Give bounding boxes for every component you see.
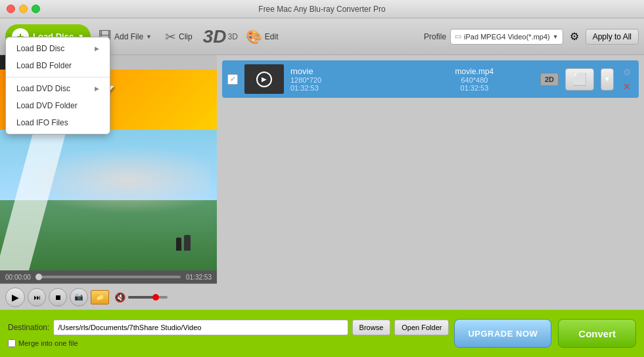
bottom-content: Destination: Browse Open Folder Merge in… bbox=[8, 320, 449, 347]
figure-2 bbox=[184, 235, 191, 251]
progress-track[interactable] bbox=[36, 276, 181, 278]
dropdown-item-load-dvd-disc[interactable]: Load DVD Disc bbox=[6, 80, 110, 97]
destination-row: Destination: Browse Open Folder bbox=[8, 320, 449, 335]
destination-label: Destination: bbox=[8, 323, 49, 332]
scene-blossoms bbox=[7, 140, 210, 220]
load-ifo-label: Load IFO Files bbox=[16, 118, 68, 127]
title-bar: Free Mac Any Blu-ray Converter Pro bbox=[0, 0, 644, 18]
load-dvd-folder-label: Load DVD Folder bbox=[16, 101, 78, 110]
action-buttons: UPGRADE NOW Convert bbox=[454, 319, 636, 348]
profile-section: Profile ▭ iPad MPEG4 Video(*.mp4) ▼ ⚙ Ap… bbox=[424, 29, 639, 45]
load-bd-disc-label: Load BD Disc bbox=[16, 44, 64, 53]
clip-label: Clip bbox=[179, 32, 193, 41]
three-d-label: 3D bbox=[203, 26, 227, 47]
file-name: movie bbox=[290, 66, 409, 76]
output-duration: 01:32:53 bbox=[415, 84, 534, 92]
bottom-bar: Destination: Browse Open Folder Merge in… bbox=[0, 310, 644, 357]
file-screen-button[interactable]: ⬜ bbox=[565, 68, 594, 91]
dropdown-item-load-dvd-folder[interactable]: Load DVD Folder bbox=[6, 97, 110, 114]
progress-bar-area: 00:00:00 01:32:53 bbox=[0, 270, 217, 284]
add-file-label: Add File bbox=[114, 32, 143, 41]
upgrade-button[interactable]: UPGRADE NOW bbox=[454, 319, 551, 348]
file-action-buttons: ⚙ ✕ bbox=[620, 66, 633, 93]
load-disc-dropdown: Load BD Disc Load BD Folder Load DVD Dis… bbox=[5, 37, 110, 135]
load-bd-folder-label: Load BD Folder bbox=[16, 61, 72, 70]
clip-icon: ✂ bbox=[165, 29, 176, 45]
play-button[interactable]: ▶ bbox=[5, 287, 25, 307]
window-title: Free Mac Any Blu-ray Converter Pro bbox=[258, 5, 385, 14]
time-current: 00:00:00 bbox=[5, 274, 31, 281]
file-list: ✓ ▶ movie 1280*720 01:32:53 movie.mp4 64… bbox=[222, 60, 639, 304]
file-info: movie 1280*720 01:32:53 bbox=[290, 66, 409, 92]
open-folder-button[interactable]: Open Folder bbox=[394, 320, 449, 335]
merge-row: Merge into one file bbox=[8, 339, 449, 347]
time-total: 01:32:53 bbox=[186, 274, 212, 281]
close-button[interactable] bbox=[7, 5, 15, 13]
progress-dot bbox=[35, 274, 42, 280]
volume-fill bbox=[128, 296, 156, 299]
apply-all-button[interactable]: Apply to All bbox=[586, 29, 639, 45]
fast-forward-button[interactable]: ⏭ bbox=[28, 288, 46, 306]
file-expand-button[interactable]: ▼ bbox=[601, 68, 614, 91]
file-resolution: 1280*720 bbox=[290, 76, 409, 84]
edit-label: Edit bbox=[265, 32, 279, 41]
edit-icon: 🎨 bbox=[246, 29, 262, 45]
file-delete-button[interactable]: ✕ bbox=[620, 80, 633, 93]
convert-button[interactable]: Convert bbox=[558, 319, 636, 348]
open-folder-button[interactable]: 📁 bbox=[91, 290, 109, 304]
maximize-button[interactable] bbox=[32, 5, 40, 13]
play-overlay: ▶ bbox=[256, 72, 272, 87]
file-checkbox[interactable]: ✓ bbox=[227, 74, 238, 85]
merge-checkbox[interactable] bbox=[8, 339, 16, 347]
volume-slider[interactable] bbox=[128, 296, 168, 299]
dropdown-separator bbox=[6, 77, 110, 77]
scene-figures bbox=[176, 235, 191, 251]
merge-label: Merge into one file bbox=[18, 339, 78, 347]
profile-select[interactable]: ▭ iPad MPEG4 Video(*.mp4) ▼ bbox=[450, 29, 563, 45]
add-file-arrow: ▼ bbox=[146, 33, 152, 40]
snapshot-button[interactable]: 📷 bbox=[70, 288, 88, 306]
volume-area: 🔇 bbox=[114, 292, 168, 303]
destination-input[interactable] bbox=[53, 320, 348, 335]
minimize-button[interactable] bbox=[19, 5, 28, 13]
profile-value: iPad MPEG4 Video(*.mp4) bbox=[464, 33, 550, 41]
output-resolution: 640*480 bbox=[415, 76, 534, 84]
stop-button[interactable]: ⏹ bbox=[49, 288, 67, 306]
volume-icon[interactable]: 🔇 bbox=[114, 292, 126, 303]
file-settings-button[interactable]: ⚙ bbox=[620, 66, 633, 79]
dropdown-item-load-ifo[interactable]: Load IFO Files bbox=[6, 114, 110, 131]
browse-button[interactable]: Browse bbox=[352, 320, 391, 335]
file-duration: 01:32:53 bbox=[290, 84, 409, 92]
file-thumbnail: ▶ bbox=[244, 64, 284, 94]
dropdown-item-load-bd-disc[interactable]: Load BD Disc bbox=[6, 40, 110, 57]
three-d-text-label: 3D bbox=[227, 32, 237, 41]
profile-dropdown-arrow: ▼ bbox=[553, 33, 559, 40]
figure-1 bbox=[176, 238, 181, 251]
clip-button[interactable]: ✂ Clip bbox=[160, 24, 198, 50]
volume-dot bbox=[152, 294, 159, 301]
settings-gear-button[interactable]: ⚙ bbox=[567, 30, 582, 44]
traffic-lights bbox=[7, 5, 40, 13]
file-output: movie.mp4 640*480 01:32:53 bbox=[415, 67, 534, 92]
profile-label: Profile bbox=[424, 32, 446, 41]
output-name: movie.mp4 bbox=[415, 67, 534, 76]
file-2d-badge: 2D bbox=[540, 73, 559, 86]
file-item: ✓ ▶ movie 1280*720 01:32:53 movie.mp4 64… bbox=[222, 60, 639, 98]
files-panel: ✓ ▶ movie 1280*720 01:32:53 movie.mp4 64… bbox=[217, 55, 644, 310]
edit-button[interactable]: 🎨 Edit bbox=[241, 24, 284, 50]
profile-icon: ▭ bbox=[455, 32, 461, 41]
player-controls: ▶ ⏭ ⏹ 📷 📁 🔇 bbox=[0, 284, 217, 310]
load-dvd-disc-label: Load DVD Disc bbox=[16, 84, 70, 93]
dropdown-item-load-bd-folder[interactable]: Load BD Folder bbox=[6, 57, 110, 74]
